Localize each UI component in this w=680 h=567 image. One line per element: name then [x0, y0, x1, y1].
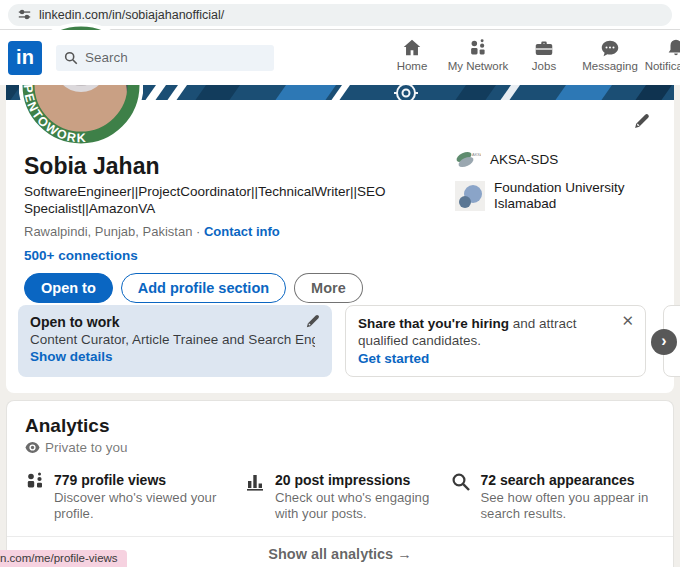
profile-headline: SoftwareEngineer||ProjectCoordinator||Te…: [24, 183, 406, 217]
jobs-icon: [533, 37, 555, 59]
search-appearances-icon: [451, 472, 471, 492]
nav-items: Home My Network Jobs: [379, 37, 680, 72]
profile-location: Rawalpindi, Punjab, Pakistan: [24, 224, 192, 239]
contact-info-link[interactable]: Contact info: [204, 224, 280, 239]
nav-item-my-network[interactable]: My Network: [445, 37, 511, 72]
aksa-sds-logo: AKSA: [455, 149, 481, 171]
profile-actions: Open to Add profile section More: [24, 273, 674, 303]
edit-open-to-work-pencil-icon[interactable]: [305, 314, 320, 333]
site-settings-icon: [18, 8, 31, 21]
svg-text:AKSA: AKSA: [472, 152, 481, 157]
hiring-promo-card: Share that you're hiring and attract qua…: [345, 305, 646, 377]
add-profile-section-button[interactable]: Add profile section: [121, 273, 286, 303]
page-main: #OPENTOWORK Sobia Jahan SoftwareEngineer…: [0, 85, 680, 567]
linkedin-navbar: in Search Home My Network: [0, 30, 680, 85]
analytics-section: Analytics Private to you: [6, 400, 674, 567]
current-company-row[interactable]: AKSA AKSA-SDS: [455, 149, 670, 171]
profile-affiliations: AKSA AKSA-SDS Foundation University Isla…: [455, 149, 670, 221]
education-name: Foundation University Islamabad: [494, 180, 649, 212]
search-appearances-item[interactable]: 72 search appearances See how often you …: [451, 472, 655, 522]
nav-item-home[interactable]: Home: [379, 37, 445, 72]
messaging-icon: [599, 37, 621, 59]
post-impressions-desc: Check out who's engaging with your posts…: [275, 490, 443, 522]
open-to-button[interactable]: Open to: [24, 273, 113, 303]
search-placeholder: Search: [85, 50, 128, 65]
nav-item-jobs[interactable]: Jobs: [511, 37, 577, 72]
open-to-work-description: Content Curator, Article Trainee and Sea…: [30, 332, 315, 347]
chevron-right-icon: ›: [661, 332, 666, 350]
linkedin-logo[interactable]: in: [8, 41, 42, 75]
current-company-name: AKSA-SDS: [490, 152, 558, 168]
private-to-you-label: Private to you: [45, 440, 128, 455]
carousel-next-button[interactable]: ›: [651, 329, 677, 355]
notifications-bell-icon: [665, 37, 680, 59]
foundation-university-logo: [455, 181, 485, 211]
search-icon: [64, 51, 78, 65]
search-appearances-count: 72 search appearances: [480, 472, 648, 488]
education-row[interactable]: Foundation University Islamabad: [455, 180, 670, 212]
get-started-link[interactable]: Get started: [358, 351, 633, 366]
edit-profile-pencil-icon[interactable]: [633, 113, 650, 134]
profile-top-card: #OPENTOWORK Sobia Jahan SoftwareEngineer…: [6, 85, 674, 393]
post-impressions-item[interactable]: 20 post impressions Check out who's enga…: [246, 472, 451, 522]
analytics-items: 779 profile views Discover who's viewed …: [7, 472, 673, 522]
post-impressions-count: 20 post impressions: [275, 472, 443, 488]
profile-views-count: 779 profile views: [54, 472, 222, 488]
profile-views-desc: Discover who's viewed your profile.: [54, 490, 222, 522]
profile-views-item[interactable]: 779 profile views Discover who's viewed …: [25, 472, 246, 522]
nav-item-messaging[interactable]: Messaging: [577, 37, 643, 72]
analytics-privacy: Private to you: [25, 440, 655, 455]
more-button[interactable]: More: [294, 273, 363, 303]
open-to-work-card: Open to work Content Curator, Article Tr…: [18, 305, 332, 377]
search-appearances-desc: See how often you appear in search resul…: [480, 490, 648, 522]
link-preview-statusbar: n.com/me/profile-views: [0, 550, 127, 567]
location-row: Rawalpindi, Punjab, Pakistan · Contact i…: [24, 224, 674, 239]
analytics-title: Analytics: [25, 415, 655, 437]
close-icon[interactable]: ✕: [621, 312, 634, 330]
connections-link[interactable]: 500+ connections: [24, 248, 674, 263]
home-icon: [401, 37, 423, 59]
eye-icon: [25, 442, 40, 453]
nav-item-notifications[interactable]: Notifications: [643, 37, 680, 72]
url-text[interactable]: linkedin.com/in/sobiajahanofficial/: [39, 8, 224, 22]
search-input[interactable]: Search: [56, 45, 274, 71]
open-to-work-title: Open to work: [30, 314, 320, 330]
my-network-icon: [467, 37, 489, 59]
bar-chart-icon: [246, 472, 266, 492]
show-details-link[interactable]: Show details: [30, 349, 320, 364]
hiring-text: Share that you're hiring and attract qua…: [358, 315, 613, 349]
profile-views-people-icon: [25, 472, 45, 492]
